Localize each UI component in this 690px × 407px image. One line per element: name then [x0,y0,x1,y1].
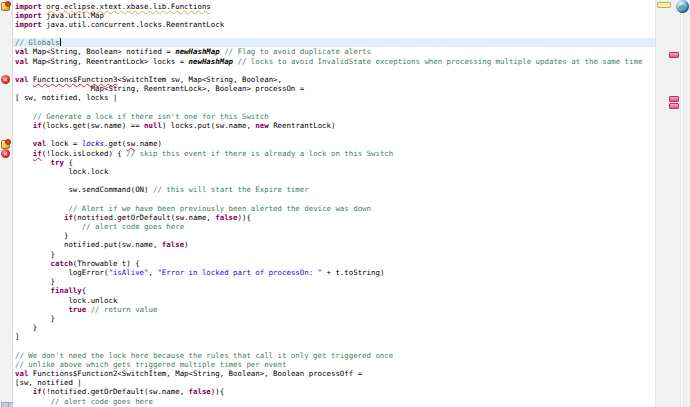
code-line[interactable]: import java.util.concurrent.locks.Reentr… [13,20,655,29]
error-marker-icon[interactable] [1,75,10,84]
code-line[interactable]: logError("isAlive", "Error in locked par… [13,268,655,277]
code-token: // Globals [15,38,60,47]
code-line[interactable] [13,130,655,139]
warning-marker-icon[interactable] [1,2,10,11]
warning-marker-icon[interactable] [1,140,10,149]
code-token: (locks.get(sw.name) == [42,121,144,130]
code-line[interactable] [13,194,655,203]
code-token: Map<String, Boolean> notified = [33,47,175,56]
text-cursor [60,38,61,46]
code-area[interactable]: import org.eclipse.xtext.xbase.lib.Funct… [13,0,655,407]
code-token: // locks to avoid InvalidState exception… [233,57,642,66]
code-token: try [51,158,64,167]
code-token: { [82,286,86,295]
code-line[interactable]: val lock = locks.get(sw.name) [13,139,655,148]
code-line[interactable]: val Functions$Function2<SwitchItem, Map<… [13,369,655,378]
code-line[interactable]: lock.lock [13,167,655,176]
code-line[interactable]: } [13,323,655,332]
code-token: // this will start the Expire timer [153,185,309,194]
code-token [15,222,82,231]
code-token: } [15,250,55,259]
code-token: val [15,369,33,378]
code-token: sw.sendCommand(ON) [15,185,153,194]
code-token: (notified.getOrDefault(sw.name, [73,213,215,222]
code-line[interactable]: // Generate a lock if there isn't one fo… [13,112,655,121]
code-line[interactable]: } [13,250,655,259]
code-token [15,397,51,406]
code-token: // alert code goes here [51,397,153,406]
code-token: if [64,213,73,222]
code-line[interactable]: catch(Throwable t) { [13,259,655,268]
code-token: lock = [51,139,82,148]
code-line[interactable]: sw.sendCommand(ON) // this will start th… [13,185,655,194]
overview-pink-marker[interactable] [669,96,679,102]
code-line[interactable]: } [13,277,655,286]
code-line[interactable]: // We don't need the lock here because t… [13,351,655,360]
code-token: } [15,231,68,240]
code-token: Functions$Function2<SwitchItem, Map<Stri… [33,369,362,378]
code-line[interactable]: // alert code goes here [13,397,655,406]
code-line[interactable]: val Functions$Function3<SwitchItem sw, M… [13,75,655,84]
code-token: (!notified.getOrDefault(sw.name, [42,387,189,396]
code-line[interactable] [13,341,655,350]
code-line[interactable]: lock.unlock [13,296,655,305]
code-line[interactable]: [ sw, notified, locks | [13,93,655,102]
code-token: import [15,2,46,11]
code-line[interactable]: notified.put(sw.name, false) [13,240,655,249]
code-token: .get( [104,139,126,148]
code-line[interactable] [13,66,655,75]
overview-yellow-marker[interactable] [657,2,671,8]
code-token: if [33,387,42,396]
code-line[interactable]: val Map<String, Boolean> notified = newH… [13,47,655,56]
code-token [15,121,33,130]
code-token [15,286,51,295]
overview-pink-marker[interactable] [669,103,679,109]
code-line[interactable]: } [13,314,655,323]
code-line[interactable]: if(!lock.isLocked) { // skip this event … [13,149,655,158]
code-token: false [215,213,237,222]
code-line[interactable]: [sw, notified | [13,378,655,387]
code-token: sw [126,139,135,148]
code-token: if [33,149,42,158]
code-token [15,387,33,396]
code-line[interactable]: ] [13,332,655,341]
code-line[interactable]: // Globals [13,38,655,47]
code-token [15,305,68,314]
code-line[interactable]: val Map<String, ReentrantLock> locks = n… [13,57,655,66]
code-token: val [15,47,33,56]
code-line[interactable]: true // return value [13,305,655,314]
code-line[interactable]: if(notified.getOrDefault(sw.name, false)… [13,213,655,222]
globe-icon[interactable] [676,0,689,13]
code-token: (Throwable t) { [73,259,140,268]
code-line[interactable]: } [13,231,655,240]
overview-pink-marker[interactable] [669,52,679,58]
code-line[interactable]: finally{ [13,286,655,295]
overview-ruler[interactable] [655,0,690,407]
code-line[interactable]: Map<String, ReentrantLock>, Boolean> pro… [13,84,655,93]
code-line[interactable]: import org.eclipse.xtext.xbase.lib.Funct… [13,2,655,11]
code-token: finally [51,286,82,295]
code-line[interactable] [13,29,655,38]
error-marker-icon[interactable] [1,149,10,158]
code-token: locks [82,139,104,148]
code-token: java.util.Map [46,11,104,20]
code-line[interactable]: // alert code goes here [13,222,655,231]
code-token: null [144,121,162,130]
code-token: false [189,387,211,396]
code-line[interactable]: // Alert if we have been previously been… [13,204,655,213]
code-line[interactable]: if(locks.get(sw.name) == null) locks.put… [13,121,655,130]
code-line[interactable]: // unlike above which gets triggered mul… [13,360,655,369]
code-token: lock.unlock [15,296,117,305]
code-line[interactable]: try { [13,158,655,167]
code-token: Functions$Function3 [33,75,118,84]
code-token: // return value [91,305,158,314]
code-line[interactable]: if(!notified.getOrDefault(sw.name, false… [13,387,655,396]
code-token: .name) [135,139,162,148]
code-token: Map<String, ReentrantLock>, Boolean> pro… [15,84,304,93]
code-line[interactable] [13,103,655,112]
code-line[interactable] [13,176,655,185]
code-token: notified.put(sw.name, [15,240,162,249]
code-token: newHashMap [189,57,234,66]
code-token: new [255,121,273,130]
code-line[interactable]: import java.util.Map [13,11,655,20]
